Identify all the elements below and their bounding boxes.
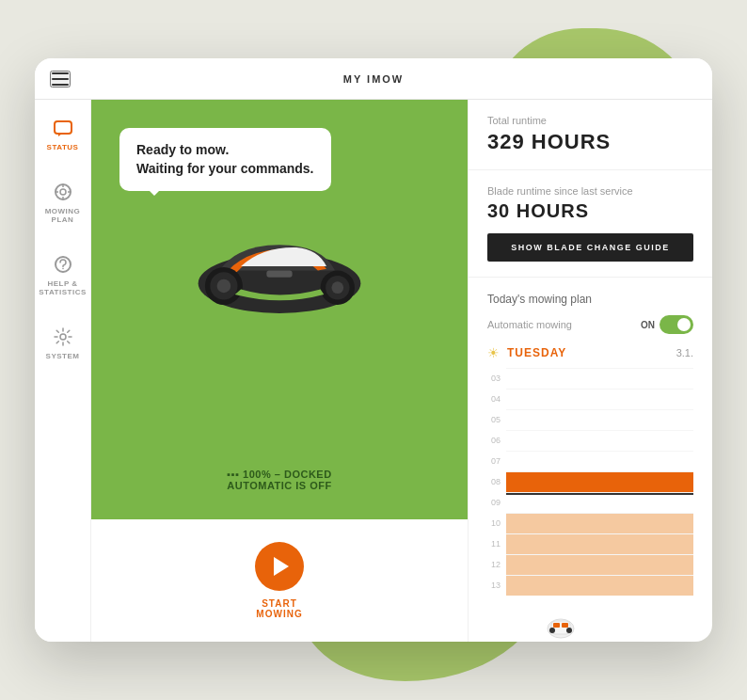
active-mow-bar [506,472,693,492]
sidebar-system-label: SYSTEM [46,352,80,361]
total-runtime-value: 329 HOURS [487,130,693,154]
plan-section-header: Today's mowing plan [487,293,693,306]
timeline-bar-area [506,451,693,471]
timeline-bar-area [506,492,693,513]
timeline-bar-area [506,430,693,451]
day-date: 3.1. [676,347,693,358]
light-mow-bar [506,576,693,596]
mowing-plan-section: Today's mowing plan Automatic mowing ON … [469,278,712,642]
app-title: MY IMOW [343,73,405,85]
sidebar-item-mowing-plan[interactable]: MOWING PLAN [40,177,87,231]
sidebar-item-system[interactable]: SYSTEM [40,322,87,367]
timeline-bar-area [506,389,693,409]
blade-change-guide-button[interactable]: SHOW BLADE CHANGE GUIDE [487,233,693,262]
content-area: Ready to mow. Waiting for your commands. [91,100,712,642]
sidebar-item-help-statistics[interactable]: HELP & STATISTICS [40,249,87,303]
sidebar-help-statistics-label: HELP & STATISTICS [39,279,86,297]
sidebar-item-status[interactable]: STATUS [40,115,87,158]
time-label: 04 [487,394,506,404]
app-window: MY IMOW STATUS [35,58,712,642]
timeline-row: 06 [487,430,693,451]
play-icon [274,557,289,576]
svg-point-9 [60,189,66,195]
timeline-row: 03 [487,368,693,389]
light-mow-bar [506,534,693,554]
right-panel: Total runtime 329 HOURS Blade runtime si… [468,100,712,642]
svg-point-16 [60,334,66,340]
toggle-on-label: ON [641,320,655,330]
timeline-row: 11 [487,533,693,554]
toggle-container: ON [641,315,693,334]
svg-point-23 [331,282,343,294]
speech-bubble: Ready to mow. Waiting for your commands. [119,128,331,191]
battery-status-text: ▪▪▪ 100% – DOCKED [119,469,439,480]
svg-rect-4 [562,623,568,628]
timeline-row: 09 [487,492,693,513]
robot-icon-bottom [544,608,578,648]
timeline-row: 05 [487,409,693,430]
time-label: 08 [487,477,506,486]
hamburger-line [52,78,69,80]
timeline-row: 08 [487,471,693,492]
timeline-row: 10 [487,513,693,533]
total-runtime-section: Total runtime 329 HOURS [469,100,712,170]
main-content: STATUS MOWING PLAN [35,100,712,642]
mowing-timeline: 0304050607080910111213 [487,368,693,596]
total-runtime-label: Total runtime [487,115,693,126]
time-label: 10 [487,518,506,528]
time-label: 07 [487,456,506,466]
auto-mowing-label: Automatic mowing [487,319,572,330]
time-label: 11 [487,539,506,549]
mower-image [185,219,374,326]
blade-runtime-label: Blade runtime since last service [487,185,693,197]
top-bar: MY IMOW [35,58,712,100]
svg-rect-24 [266,271,292,278]
light-mow-bar [506,555,693,575]
speech-line2: Waiting for your commands. [136,160,314,179]
blade-runtime-value: 30 HOURS [487,200,693,222]
timeline-current-marker [506,493,693,513]
svg-rect-7 [55,121,72,134]
help-statistics-icon [54,255,72,277]
page-wrapper: MY IMOW STATUS [0,0,747,700]
timeline-row: 13 [487,575,693,596]
sidebar-status-label: STATUS [47,143,79,152]
svg-point-20 [217,279,231,294]
time-label: 09 [487,498,506,507]
mower-hero: Ready to mow. Waiting for your commands. [91,100,468,519]
auto-status-text: AUTOMATIC IS OFF [119,480,439,491]
timeline-bar-area [506,575,693,596]
timeline-bar-area [506,368,693,389]
start-mowing-label: START MOWING [256,598,302,619]
timeline-bar-area [506,533,693,554]
timeline-row: 07 [487,451,693,471]
day-name: TUESDAY [507,346,669,359]
time-label: 12 [487,560,506,569]
timeline-row: 12 [487,554,693,575]
battery-icon: ▪▪▪ [227,469,243,480]
timeline-row: 04 [487,389,693,409]
time-label: 13 [487,581,506,590]
start-mowing-button[interactable] [255,542,304,591]
chat-icon [54,120,72,140]
auto-mowing-row: Automatic mowing ON [487,315,693,334]
svg-rect-3 [553,623,560,628]
timeline-bar-area [506,513,693,533]
left-panel: Ready to mow. Waiting for your commands. [91,100,468,642]
hamburger-line [52,72,69,74]
svg-point-6 [566,628,572,633]
mower-status-bar: ▪▪▪ 100% – DOCKED AUTOMATIC IS OFF [110,459,449,501]
timeline-bar-area [506,409,693,430]
day-row: ☀ TUESDAY 3.1. [487,345,693,360]
auto-mowing-toggle[interactable] [660,315,693,334]
timeline-bar-area [506,554,693,575]
sidebar: STATUS MOWING PLAN [35,100,91,642]
sidebar-mowing-plan-label: MOWING PLAN [45,207,81,225]
speech-line1: Ready to mow. [136,141,314,160]
svg-point-15 [62,267,64,269]
time-label: 06 [487,436,506,445]
mowing-plan-icon [54,183,72,204]
hamburger-button[interactable] [50,71,71,88]
start-mowing-area: START MOWING [91,519,468,642]
sun-icon: ☀ [487,345,500,360]
